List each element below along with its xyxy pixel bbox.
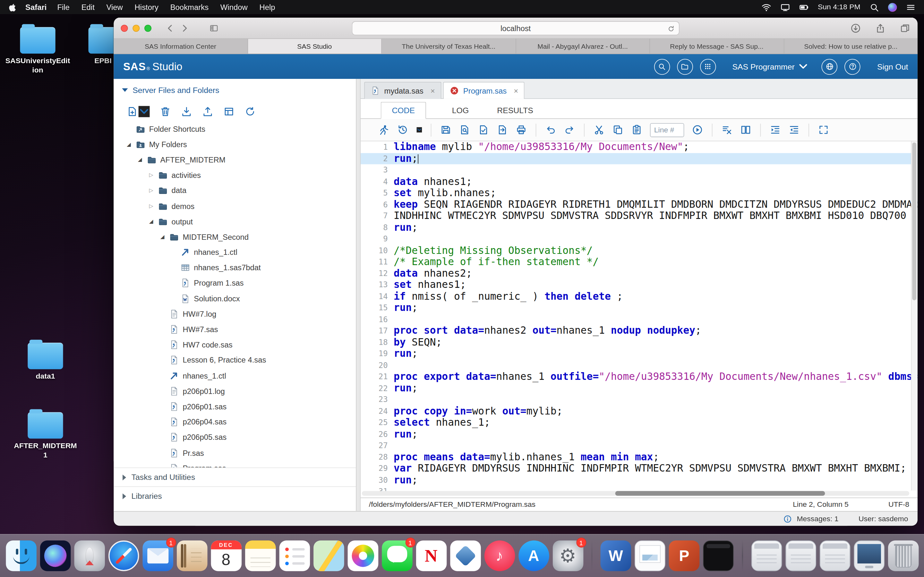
code-line[interactable]: 7INDHHINC WTMEC2YR SDMVPSU SDMVSTRA SDDS…: [360, 210, 918, 222]
code-line[interactable]: 8run;: [360, 222, 918, 234]
code-line[interactable]: 5set mylib.nhanes;: [360, 187, 918, 199]
editor-tab[interactable]: mydata.sas×: [364, 82, 441, 99]
dock-mail-icon[interactable]: 1: [142, 540, 173, 571]
panel-splitter[interactable]: [356, 79, 360, 511]
display-mirroring-icon[interactable]: [780, 2, 790, 12]
dock-contacts-icon[interactable]: [176, 540, 207, 571]
line-number-input[interactable]: [650, 123, 684, 137]
new-item-button[interactable]: [127, 106, 150, 117]
siri-icon[interactable]: [888, 3, 897, 11]
code-line[interactable]: 4data nhanes1;: [360, 176, 918, 187]
share-button[interactable]: [875, 23, 886, 33]
tree-item[interactable]: Pr.sas: [113, 445, 356, 460]
tree-item[interactable]: ▷activities: [113, 168, 356, 183]
dock-preview-doc-icon[interactable]: [635, 540, 666, 571]
tree-item[interactable]: ◢AFTER_MIDTERM: [113, 152, 356, 168]
code-line[interactable]: 23: [360, 394, 918, 406]
forward-button[interactable]: [178, 21, 192, 35]
code-line[interactable]: 19run;: [360, 348, 918, 359]
code-line[interactable]: 25select nhanes_1;: [360, 417, 918, 428]
tree-item[interactable]: ◢My Folders: [113, 137, 356, 152]
close-window-button[interactable]: [121, 24, 128, 31]
print-preview-button[interactable]: [497, 124, 508, 135]
scrollbar-thumb[interactable]: [912, 142, 916, 300]
code-line[interactable]: 30run;: [360, 474, 918, 486]
download-button[interactable]: [181, 106, 192, 117]
sidebar-toggle-button[interactable]: [207, 21, 221, 35]
search-button[interactable]: [654, 59, 670, 75]
code-editor[interactable]: 1libname mylib "/home/u39853316/My Docum…: [360, 141, 918, 498]
menu-file[interactable]: File: [51, 3, 75, 11]
dock-safari-icon[interactable]: [108, 540, 139, 571]
code-line[interactable]: 13set nhanes1;: [360, 279, 918, 291]
menu-edit[interactable]: Edit: [75, 3, 100, 11]
tree-item[interactable]: nhanes_1.ctl: [113, 368, 356, 384]
code-line[interactable]: 21proc export data=nhanes_1 outfile="/ho…: [360, 371, 918, 382]
delete-button[interactable]: [160, 106, 171, 117]
paste-button[interactable]: [631, 124, 642, 135]
code-line[interactable]: 12data nhanes2;: [360, 268, 918, 279]
view-tab-results[interactable]: RESULTS: [495, 102, 535, 119]
menu-bookmarks[interactable]: Bookmarks: [164, 3, 214, 11]
dock-notes-icon[interactable]: [245, 540, 276, 571]
collapse-icon[interactable]: ◢: [148, 219, 154, 224]
tree-item[interactable]: nhanes_1.sas7bdat: [113, 260, 356, 276]
active-app-name[interactable]: Safari: [25, 3, 47, 11]
run-button[interactable]: [378, 124, 389, 135]
code-line[interactable]: 3: [360, 164, 918, 176]
dock-powerpoint-icon[interactable]: P: [669, 540, 700, 571]
collapse-icon[interactable]: ◢: [159, 234, 166, 240]
code-line[interactable]: 17proc sort data=nhanes2 out=nhanes_1 no…: [360, 325, 918, 337]
scrollbar-thumb[interactable]: [615, 491, 825, 496]
dock-calendar-icon[interactable]: DEC8: [211, 540, 242, 571]
goto-line-button[interactable]: [692, 124, 703, 135]
dock-screen-capture-icon[interactable]: [703, 540, 734, 571]
code-line[interactable]: 18by SEQN;: [360, 337, 918, 348]
dock-reminders-icon[interactable]: [279, 540, 310, 571]
tab-overview-button[interactable]: [900, 23, 911, 33]
dock-trash-icon[interactable]: [888, 540, 919, 571]
format-code-button[interactable]: [788, 124, 800, 135]
section-tasks-and-utilities[interactable]: Tasks and Utilities: [113, 467, 356, 486]
code-line[interactable]: 29var RIDAGEYR DMDYRSUS INDHHINC INDFMPI…: [360, 463, 918, 474]
tree-item[interactable]: HW#7.log: [113, 306, 356, 322]
code-line[interactable]: 24proc copy in=work out=mylib;: [360, 406, 918, 417]
tree-item[interactable]: Program.sas: [113, 461, 356, 468]
user-role-menu[interactable]: SAS Programmer: [732, 61, 809, 72]
tree-item[interactable]: ▷data: [113, 183, 356, 198]
code-line[interactable]: 22run;: [360, 382, 918, 394]
dock-launchpad-icon[interactable]: [74, 540, 105, 571]
desktop-icon[interactable]: AFTER_MIDTERM1: [13, 412, 79, 460]
tree-item[interactable]: Folder Shortcuts: [113, 121, 356, 137]
tree-item[interactable]: p206p01.log: [113, 384, 356, 399]
files-button[interactable]: [677, 59, 693, 75]
spotlight-icon[interactable]: [869, 2, 879, 12]
section-server-files[interactable]: Server Files and Folders: [113, 79, 356, 101]
control-center-icon[interactable]: [906, 2, 916, 12]
dock-music-icon[interactable]: [484, 540, 515, 571]
tree-item[interactable]: p206p04.sas: [113, 414, 356, 430]
address-bar[interactable]: localhost: [352, 21, 680, 35]
tree-item[interactable]: Lesson 6, Practice 4.sas: [113, 353, 356, 368]
code-line[interactable]: 14if nmiss( of _numeric_ ) then delete ;: [360, 290, 918, 302]
dock-appstore-icon[interactable]: A: [518, 540, 549, 571]
find-in-file-button[interactable]: [459, 124, 470, 135]
tree-item[interactable]: Program 1.sas: [113, 276, 356, 291]
code-line[interactable]: 9: [360, 233, 918, 245]
tree-item[interactable]: ▷demos: [113, 198, 356, 214]
compare-code-button[interactable]: [740, 124, 751, 135]
code-line[interactable]: 2run;: [360, 153, 918, 164]
tree-item[interactable]: p206p01.sas: [113, 399, 356, 414]
menu-window[interactable]: Window: [214, 3, 254, 11]
reload-icon[interactable]: [667, 23, 675, 33]
code-line[interactable]: 11/* Example of if-then statement */: [360, 256, 918, 268]
back-button[interactable]: [163, 21, 178, 35]
browser-tab[interactable]: Reply to Message - SAS Sup...: [650, 39, 784, 53]
language-button[interactable]: [822, 59, 838, 75]
zoom-window-button[interactable]: [144, 24, 152, 31]
code-line[interactable]: 28proc means data=mylib.nhanes_1 mean mi…: [360, 451, 918, 463]
dock-siri-icon[interactable]: [40, 540, 71, 571]
battery-icon[interactable]: [799, 2, 809, 12]
refresh-button[interactable]: [244, 106, 256, 117]
dock-word-icon[interactable]: W: [601, 540, 632, 571]
